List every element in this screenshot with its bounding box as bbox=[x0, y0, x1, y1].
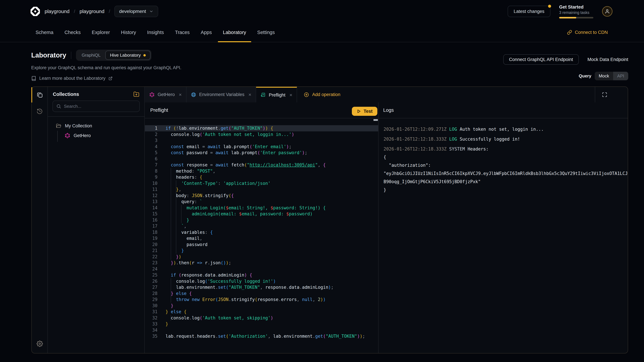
operation-label: GetHero bbox=[74, 133, 91, 138]
code-line: 26 console.log('Successfully logged in!'… bbox=[145, 278, 378, 284]
close-tab-icon[interactable]: × bbox=[248, 92, 252, 97]
collections-rail-button[interactable] bbox=[32, 87, 48, 103]
nav-item-explorer[interactable]: Explorer bbox=[92, 23, 110, 42]
code-line: 33} bbox=[145, 321, 378, 327]
log-message: Successfully logged in! bbox=[460, 137, 520, 142]
line-number: 25 bbox=[145, 272, 166, 278]
fullscreen-icon[interactable] bbox=[602, 92, 607, 97]
tab-preflight[interactable]: Preflight× bbox=[256, 87, 297, 102]
line-number: 4 bbox=[145, 144, 166, 150]
code-line: 5 const password = await lab.prompt('Ent… bbox=[145, 150, 378, 156]
code-line: 23 }).then(r => r.json()); bbox=[145, 260, 378, 266]
link-icon bbox=[567, 30, 572, 35]
test-button-label: Test bbox=[364, 109, 373, 114]
line-number: 26 bbox=[145, 278, 166, 284]
folder-open-icon bbox=[56, 123, 62, 129]
nav-item-checks[interactable]: Checks bbox=[64, 23, 81, 42]
line-number: 22 bbox=[145, 254, 166, 260]
add-operation-button[interactable]: Add operation bbox=[297, 87, 347, 102]
search-input[interactable] bbox=[64, 104, 136, 109]
nav-item-traces[interactable]: Traces bbox=[175, 23, 190, 42]
line-number: 29 bbox=[145, 297, 166, 303]
code-line: 28 } else { bbox=[145, 291, 378, 297]
breadcrumb-separator: / bbox=[109, 9, 110, 14]
query-mode-mock[interactable]: Mock bbox=[595, 72, 613, 80]
query-mode-toggle: Mock API bbox=[595, 72, 628, 80]
log-entry: 2026-01-26T12:12:09.271Z LOG Auth token … bbox=[384, 125, 628, 133]
tab-gethero[interactable]: GetHero× bbox=[145, 87, 186, 102]
editor-scrollbar-thumb[interactable] bbox=[374, 119, 378, 121]
breadcrumb-org[interactable]: playground bbox=[44, 8, 70, 14]
line-number: 7 bbox=[145, 162, 166, 168]
breadcrumb-project[interactable]: playground bbox=[80, 8, 104, 14]
globe-icon bbox=[191, 92, 196, 97]
connect-endpoint-button[interactable]: Connect GraphQL API Endpoint bbox=[503, 54, 579, 65]
log-entry: 2026-01-26T12:12:18.333Z SYSTEM Headers:… bbox=[384, 145, 628, 194]
new-collection-icon[interactable] bbox=[133, 91, 139, 97]
code-line: 1if (!lab.environment.get("AUTH_TOKEN"))… bbox=[145, 125, 378, 131]
top-bar: playground / playground / development La… bbox=[0, 0, 644, 23]
line-number: 31 bbox=[145, 309, 166, 315]
operation-row-gethero[interactable]: GetHero bbox=[48, 131, 144, 140]
line-number: 27 bbox=[145, 284, 166, 291]
breadcrumb-separator: / bbox=[74, 9, 75, 14]
line-number: 13 bbox=[145, 199, 166, 205]
learn-more-link[interactable]: Learn more about the Laboratory bbox=[31, 76, 181, 81]
query-mode-api[interactable]: API bbox=[613, 72, 628, 80]
settings-rail-button[interactable] bbox=[32, 337, 48, 351]
log-level: LOG bbox=[446, 127, 460, 132]
indent-guide bbox=[181, 205, 182, 223]
connect-to-cdn-link[interactable]: Connect to CDN bbox=[567, 30, 608, 35]
get-started-title: Get Started bbox=[559, 4, 593, 10]
editor-subheader: Preflight Test Logs bbox=[145, 102, 628, 118]
log-message-line: "eyJhbGciOiJIUzI1NiIsInR5cCI6IkpXVCJ9.ey… bbox=[384, 169, 628, 178]
mode-hive-laboratory[interactable]: Hive Laboratory bbox=[105, 51, 150, 60]
target-selector-value: development bbox=[119, 9, 146, 14]
collection-folder-row[interactable]: My Collection bbox=[48, 121, 144, 131]
history-rail-button[interactable] bbox=[32, 103, 48, 119]
test-button[interactable]: Test bbox=[352, 107, 377, 116]
indent-guide bbox=[171, 315, 171, 321]
graphql-icon bbox=[149, 92, 155, 97]
nav-item-apps[interactable]: Apps bbox=[201, 23, 212, 42]
code-line: 13 query: ` bbox=[145, 199, 378, 205]
code-line: 6 bbox=[145, 156, 378, 162]
learn-more-label: Learn more about the Laboratory bbox=[39, 76, 106, 81]
get-started-widget[interactable]: Get Started 3 remaining tasks bbox=[559, 4, 593, 18]
nav-item-history[interactable]: History bbox=[121, 23, 136, 42]
log-message-line: } bbox=[384, 186, 628, 194]
book-icon bbox=[31, 76, 36, 81]
laboratory-panel: Collections My Collection bbox=[31, 86, 628, 354]
line-number: 3 bbox=[145, 137, 166, 144]
line-number: 28 bbox=[145, 291, 166, 297]
target-selector[interactable]: development bbox=[114, 6, 158, 17]
close-tab-icon[interactable]: × bbox=[179, 92, 182, 97]
top-bar-right: Latest changes Get Started 3 remaining t… bbox=[508, 4, 612, 18]
indent-guide bbox=[176, 180, 176, 254]
code-line: 17 `, bbox=[145, 223, 378, 229]
chevron-down-icon bbox=[149, 9, 154, 13]
mode-graphiql[interactable]: GraphiQL bbox=[77, 51, 105, 60]
line-number: 14 bbox=[145, 205, 166, 211]
tab-label: Preflight bbox=[269, 92, 286, 98]
close-tab-icon[interactable]: × bbox=[290, 92, 292, 98]
tab-label: Environment Variables bbox=[199, 92, 244, 97]
preflight-code-editor[interactable]: 1if (!lab.environment.get("AUTH_TOKEN"))… bbox=[145, 118, 378, 353]
latest-changes-button[interactable]: Latest changes bbox=[508, 6, 550, 17]
nav-item-insights[interactable]: Insights bbox=[147, 23, 164, 42]
user-avatar[interactable] bbox=[602, 6, 612, 16]
main-nav: SchemaChecksExplorerHistoryInsightsTrace… bbox=[0, 23, 644, 42]
code-line: 2 console.log('Auth token not set, loggi… bbox=[145, 131, 378, 138]
nav-item-settings[interactable]: Settings bbox=[257, 23, 275, 42]
play-icon bbox=[356, 109, 361, 113]
code-line: 16 } bbox=[145, 217, 378, 223]
nav-item-laboratory[interactable]: Laboratory bbox=[223, 23, 246, 42]
code-line: 9 headers: { bbox=[145, 174, 378, 180]
mock-endpoint-button[interactable]: Mock Data Endpoint bbox=[588, 57, 628, 62]
collections-sidebar: Collections My Collection bbox=[48, 87, 145, 353]
line-number: 15 bbox=[145, 211, 166, 217]
tab-environment-variables[interactable]: Environment Variables× bbox=[186, 87, 256, 102]
nav-item-schema[interactable]: Schema bbox=[36, 23, 53, 42]
breadcrumb: playground / playground / development bbox=[30, 6, 158, 17]
line-number: 19 bbox=[145, 235, 166, 242]
